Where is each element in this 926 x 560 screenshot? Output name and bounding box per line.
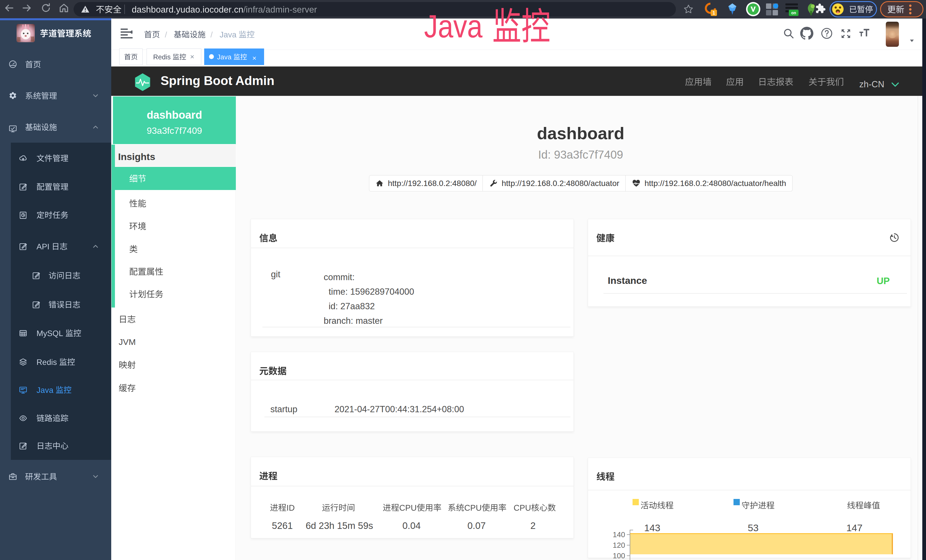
svg-text:1: 1 (713, 10, 715, 16)
svg-text:on: on (791, 11, 796, 15)
